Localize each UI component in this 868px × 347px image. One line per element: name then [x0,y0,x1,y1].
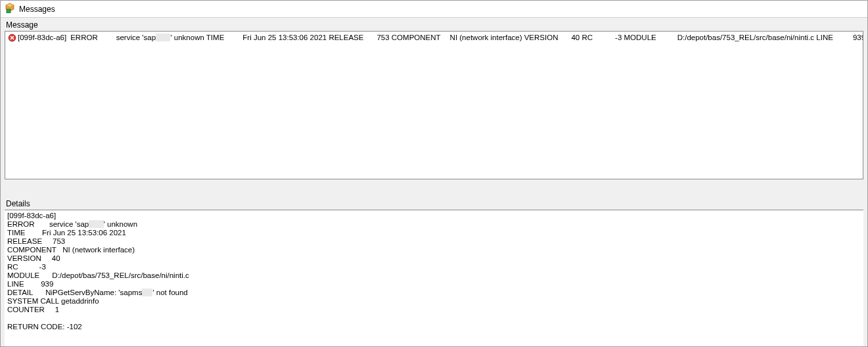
error-icon [8,34,18,42]
d-l5: COMPONENT NI (network interface) [7,246,135,254]
d-l10a: DETAIL NiPGetServByName: 'sapms [7,289,142,296]
d-l7: RC -3 [7,263,46,271]
message-row[interactable]: [099f-83dc-a6] ERROR service 'sap ' unkn… [5,32,863,43]
titlebar: Messages [1,1,867,18]
msg-time: Fri Jun 25 13:53:06 2021 RELEASE [228,34,367,41]
msg-id: [099f-83dc-a6] [18,34,70,41]
d-l13: RETURN CODE: -102 [7,323,82,331]
window-title: Messages [19,5,55,14]
msg-release: 753 COMPONENT [367,34,444,41]
spacer [1,179,867,197]
app-icon [5,3,15,15]
message-section-label: Message [1,18,867,31]
d-l2b: ' unknown [104,220,137,228]
d-l2m [89,220,103,228]
d-l6: VERSION 40 [7,254,60,262]
d-l11: SYSTEM CALL getaddrinfo [7,297,99,305]
details-text[interactable]: [099f-83dc-a6] ERROR service 'sap ' unkn… [5,210,863,346]
d-l10m [142,289,152,296]
msg-level: ERROR [70,34,102,41]
d-l2a: ERROR service 'sap [7,220,89,228]
d-l8: MODULE D:/depot/bas/753_REL/src/base/ni/… [7,271,189,279]
msg-component: NI (network interface) VERSION [445,34,562,41]
msg-line: 939 DETAIL [837,34,863,41]
msg-rc: -3 MODULE [597,34,660,41]
msg-desc-masked [156,34,170,41]
message-list[interactable]: [099f-83dc-a6] ERROR service 'sap ' unkn… [5,31,863,179]
d-l12: COUNTER 1 [7,306,59,313]
d-l4: RELEASE 753 [7,237,65,245]
svg-rect-2 [7,9,11,13]
msg-module: D:/depot/bas/753_REL/src/base/ni/ninti.c… [660,34,837,41]
messages-window: Messages Message [099f-83dc-a6] ERROR se… [0,0,868,347]
msg-desc-pre: service 'sap [116,34,156,41]
d-l10b: ' not found [152,289,187,296]
gap [102,34,116,41]
d-l9: LINE 939 [7,280,53,288]
msg-desc-suf: ' unknown TIME [170,34,228,41]
d-l1: [099f-83dc-a6] [7,212,56,220]
d-l3: TIME Fri Jun 25 13:53:06 2021 [7,229,126,237]
details-section-label: Details [1,197,867,210]
msg-version: 40 RC [562,34,597,41]
